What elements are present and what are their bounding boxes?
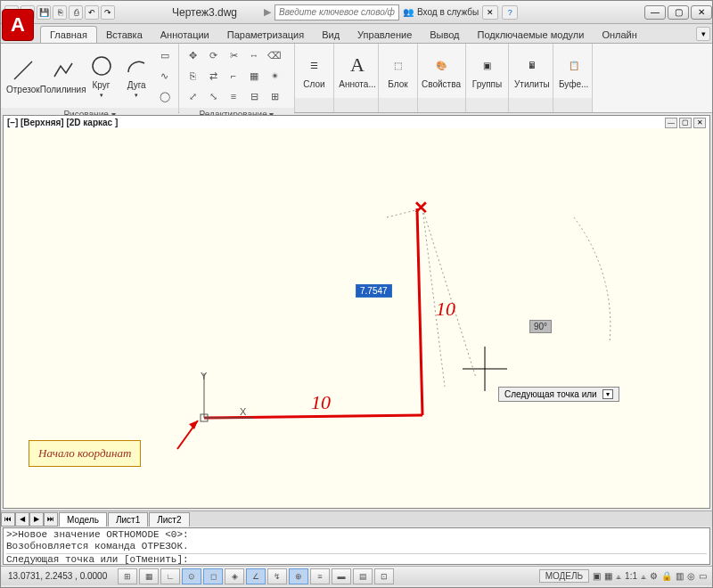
- layers-button[interactable]: ☰Слои: [299, 51, 330, 91]
- command-line[interactable]: >>Новое значение ORTHOMODE <0>: Возобнов…: [3, 527, 710, 565]
- qat-saveas-icon[interactable]: ⎘: [53, 5, 67, 20]
- polyline-button[interactable]: Полилиния: [44, 56, 83, 96]
- model-space-button[interactable]: МОДЕЛЬ: [539, 569, 589, 583]
- maximize-button[interactable]: ▢: [668, 5, 689, 20]
- explode-icon[interactable]: ✴: [265, 66, 284, 86]
- tab-parametric[interactable]: Параметризация: [218, 27, 313, 43]
- qat-save-icon[interactable]: 💾: [37, 5, 51, 20]
- minimize-button[interactable]: —: [644, 5, 666, 20]
- panel-annotation: AАннота...: [334, 44, 379, 112]
- layout2-tab[interactable]: Лист2: [149, 512, 189, 527]
- 3dosnap-toggle[interactable]: ◈: [225, 568, 244, 584]
- nav-prev-icon[interactable]: ◀: [15, 512, 29, 527]
- help-icon[interactable]: ?: [502, 5, 518, 20]
- vp-close-icon[interactable]: ✕: [693, 118, 706, 128]
- close-button[interactable]: ✕: [691, 5, 712, 20]
- spline-icon[interactable]: ∿: [155, 66, 175, 86]
- fillet-icon[interactable]: ⌐: [224, 66, 243, 86]
- offset-icon[interactable]: ≡: [224, 86, 243, 106]
- hardware-icon[interactable]: ▥: [676, 571, 684, 581]
- polar-toggle[interactable]: ⊙: [182, 568, 201, 584]
- otrack-toggle[interactable]: ∠: [246, 568, 266, 584]
- dyn-toggle[interactable]: ⊕: [289, 568, 308, 584]
- annoscale-icon[interactable]: ⟁: [616, 571, 621, 581]
- lwt-toggle[interactable]: ≡: [310, 568, 330, 584]
- qp-toggle[interactable]: ▤: [353, 568, 373, 584]
- annovisibility-icon[interactable]: ⟁: [641, 571, 646, 581]
- ortho-toggle[interactable]: ∟: [160, 568, 180, 584]
- login-link[interactable]: Вход в службы: [417, 7, 479, 17]
- window-controls: — ▢ ✕: [644, 5, 712, 20]
- panel-groups: ▣Группы: [466, 44, 509, 112]
- stretch-icon[interactable]: ⤢: [183, 86, 202, 106]
- tab-output[interactable]: Вывод: [421, 27, 468, 43]
- move-icon[interactable]: ✥: [183, 45, 202, 65]
- nav-first-icon[interactable]: ⏮: [1, 512, 15, 527]
- rotate-icon[interactable]: ⟳: [203, 45, 223, 65]
- layout1-tab[interactable]: Лист1: [108, 512, 148, 527]
- qat-undo-icon[interactable]: ↶: [85, 5, 99, 20]
- break-icon[interactable]: ⊟: [244, 86, 264, 106]
- vp-min-icon[interactable]: —: [665, 118, 677, 128]
- model-tab[interactable]: Модель: [59, 512, 107, 527]
- array-icon[interactable]: ▦: [244, 66, 264, 86]
- clean-icon[interactable]: ▭: [699, 571, 707, 581]
- viewport-controls: — ▢ ✕: [665, 118, 706, 128]
- vp-max-icon[interactable]: ▢: [679, 118, 692, 128]
- trim-icon[interactable]: ✂: [224, 45, 243, 65]
- qat-redo-icon[interactable]: ↷: [101, 5, 115, 20]
- tab-online[interactable]: Онлайн: [593, 27, 645, 43]
- tab-view[interactable]: Вид: [313, 27, 348, 43]
- text-button[interactable]: AАннота...: [338, 51, 377, 91]
- utilities-button[interactable]: 🖩Утилиты: [512, 51, 552, 91]
- isolate-icon[interactable]: ◎: [687, 571, 695, 581]
- tab-insert[interactable]: Вставка: [97, 27, 152, 43]
- ellipse-icon[interactable]: ◯: [155, 86, 175, 106]
- ducs-toggle[interactable]: ↯: [267, 568, 287, 584]
- tab-annotate[interactable]: Аннотации: [152, 27, 218, 43]
- clipboard-button[interactable]: 📋Буфе...: [557, 51, 590, 91]
- nav-next-icon[interactable]: ▶: [29, 512, 44, 527]
- circle-button[interactable]: Круг▾: [85, 52, 119, 101]
- drawing-area[interactable]: ✕ 10 10 X Y Начало координат 7.7547 90° …: [4, 128, 709, 508]
- groups-button[interactable]: ▣Группы: [470, 51, 504, 91]
- osnap-toggle[interactable]: ◻: [203, 568, 223, 584]
- block-button[interactable]: ⬚Блок: [382, 51, 414, 91]
- quickview-icon[interactable]: ▦: [604, 571, 612, 581]
- line-button[interactable]: Отрезок: [4, 56, 42, 96]
- exchange-icon[interactable]: ✕: [482, 5, 498, 20]
- scale-display[interactable]: 1:1: [625, 571, 637, 581]
- calculator-icon: 🖩: [520, 53, 545, 78]
- lock-icon[interactable]: 🔒: [661, 571, 672, 581]
- scale-icon[interactable]: ⤡: [203, 86, 223, 106]
- extend-icon[interactable]: ↔: [244, 45, 264, 65]
- coordinates-display[interactable]: 13.0731, 2.2453 , 0.0000: [1, 571, 117, 581]
- cmd-prompt[interactable]: Следующая точка или [оТменить]:: [6, 553, 707, 565]
- app-logo-icon[interactable]: A: [2, 9, 34, 41]
- sc-toggle[interactable]: ⊡: [374, 568, 394, 584]
- search-input[interactable]: [275, 4, 399, 20]
- layout-grid-icon[interactable]: ▣: [593, 571, 601, 581]
- qat-print-icon[interactable]: ⎙: [69, 5, 83, 20]
- arc-button[interactable]: Дуга▾: [119, 52, 153, 101]
- tab-home[interactable]: Главная: [40, 26, 97, 43]
- workspace-icon[interactable]: ⚙: [650, 571, 658, 581]
- mirror-icon[interactable]: ⇄: [203, 66, 223, 86]
- properties-button[interactable]: 🎨Свойства: [422, 51, 461, 91]
- origin-annotation: Начало координат: [29, 440, 141, 467]
- tooltip-more-icon[interactable]: ▾: [602, 389, 613, 399]
- rect-icon[interactable]: ▭: [155, 45, 175, 65]
- tab-manage[interactable]: Управление: [348, 27, 421, 43]
- join-icon[interactable]: ⊞: [265, 86, 284, 106]
- ribbon-collapse-icon[interactable]: ▾: [696, 27, 710, 41]
- copy-icon[interactable]: ⎘: [183, 66, 202, 86]
- tab-plugins[interactable]: Подключаемые модули: [469, 27, 594, 43]
- viewport-label[interactable]: [–] [Верхняя] [2D каркас ]: [7, 118, 118, 127]
- snap-toggle[interactable]: ⊞: [118, 568, 137, 584]
- length-input[interactable]: 7.7547: [356, 284, 392, 298]
- grid-toggle[interactable]: ▦: [139, 568, 159, 584]
- tpy-toggle[interactable]: ▬: [332, 568, 351, 584]
- nav-last-icon[interactable]: ⏭: [44, 512, 58, 527]
- erase-icon[interactable]: ⌫: [265, 45, 284, 65]
- canvas-viewport[interactable]: [–] [Верхняя] [2D каркас ] — ▢ ✕ ✕ 10 10: [3, 115, 710, 509]
